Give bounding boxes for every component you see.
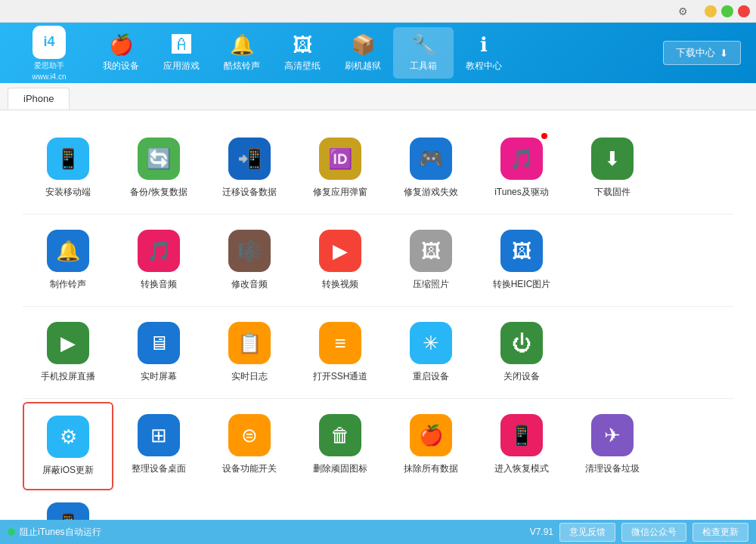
tool-icon-shutdown-device: ⏻	[500, 322, 543, 364]
tool-row-1: 🔔 制作铃声 🎵 转换音频 🎼 修改音频 ▶ 转换视频 🖼 压缩照片 🖼 转换H…	[23, 218, 733, 303]
logo-text: 爱思助手	[34, 60, 64, 71]
nav-item-my-device[interactable]: 🍎 我的设备	[91, 27, 151, 79]
tool-item-convert-heic[interactable]: 🖼 转换HEIC图片	[476, 218, 567, 303]
nav-item-jailbreak[interactable]: 📦 刷机越狱	[333, 27, 393, 79]
stop-itunes-label: 阻止iTunes自动运行	[20, 526, 101, 539]
row-separator-2	[23, 398, 733, 399]
tool-label-organize-desktop: 整理设备桌面	[132, 462, 186, 475]
close-button[interactable]	[738, 5, 750, 17]
tool-item-block-ios-update[interactable]: ⚙ 屏蔽iOS更新	[23, 402, 113, 490]
tools-grid: 📱 安装移动端 🔄 备份/恢复数据 📲 迁移设备数据 🆔 修复应用弹窗 🎮 修复…	[23, 125, 733, 520]
content: 📱 安装移动端 🔄 备份/恢复数据 📲 迁移设备数据 🆔 修复应用弹窗 🎮 修复…	[0, 110, 756, 520]
tool-item-convert-audio[interactable]: 🎵 转换音频	[113, 218, 204, 303]
nav-icon-wallpaper: 🖼	[293, 33, 312, 57]
nav-label-tutorial: 教程中心	[466, 60, 502, 73]
nav-item-toolbox[interactable]: 🔧 工具箱	[393, 27, 454, 79]
badge-dot	[541, 133, 547, 139]
tool-icon-install-app: 📱	[47, 138, 89, 180]
tool-item-install-app[interactable]: 📱 安装移动端	[23, 125, 113, 211]
download-label: 下载中心	[676, 46, 715, 60]
nav-icon-toolbox: 🔧	[411, 33, 435, 57]
maximize-button[interactable]	[721, 5, 733, 17]
tool-item-wipe-data[interactable]: 🍎 抹除所有数据	[386, 402, 476, 490]
nav-item-ringtone[interactable]: 🔔 酷炫铃声	[212, 27, 272, 79]
row-separator-0	[23, 214, 733, 215]
tool-icon-backup-restore: 🔄	[138, 138, 180, 180]
tool-item-compress-photo[interactable]: 🖼 压缩照片	[386, 218, 476, 303]
tool-item-delete-stubborn[interactable]: 🗑 删除顽固图标	[295, 402, 386, 490]
tool-label-shutdown-device: 关闭设备	[503, 370, 540, 383]
tool-icon-download-firm: ⬇	[591, 138, 634, 180]
feedback-button[interactable]: 意见反馈	[559, 523, 615, 542]
tool-item-clean-junk[interactable]: ✈ 清理设备垃圾	[567, 402, 658, 490]
tool-item-real-log[interactable]: 📋 实时日志	[204, 310, 295, 395]
nav-label-jailbreak: 刷机越狱	[345, 60, 381, 73]
tool-label-clean-junk: 清理设备垃圾	[585, 462, 640, 475]
tool-item-real-screen[interactable]: 🖥 实时屏幕	[113, 310, 204, 395]
tool-icon-real-screen: 🖥	[138, 322, 180, 364]
tool-item-backup-restore[interactable]: 🔄 备份/恢复数据	[113, 125, 204, 211]
tool-item-itunes-driver[interactable]: 🎵 iTunes及驱动	[476, 125, 567, 211]
tabbar: iPhone	[0, 83, 756, 110]
tool-item-download-firm[interactable]: ⬇ 下载固件	[567, 125, 658, 211]
tool-icon-block-ios-update: ⚙	[47, 416, 89, 458]
tool-item-organize-desktop[interactable]: ⊞ 整理设备桌面	[113, 402, 204, 490]
nav-item-app-games[interactable]: 🅰 应用游戏	[151, 27, 212, 79]
tool-icon-screen-live: ▶	[47, 322, 89, 364]
download-icon: ⬇	[720, 48, 728, 59]
tool-row-2: ▶ 手机投屏直播 🖥 实时屏幕 📋 实时日志 ≡ 打开SSH通道 ✳ 重启设备 …	[23, 310, 733, 395]
tool-label-itunes-driver: iTunes及驱动	[494, 186, 549, 199]
tool-label-screen-live: 手机投屏直播	[41, 370, 95, 383]
tool-icon-compress-photo: 🖼	[410, 230, 452, 272]
tool-item-deactivate[interactable]: 📱 反激活设备	[23, 490, 113, 520]
version-text: V7.91	[530, 527, 553, 537]
row-separator-1	[23, 306, 733, 307]
tool-item-fix-game[interactable]: 🎮 修复游戏失效	[386, 125, 476, 211]
tool-item-migrate-data[interactable]: 📲 迁移设备数据	[204, 125, 295, 211]
minimize-button[interactable]	[705, 5, 717, 17]
nav-item-tutorial[interactable]: ℹ 教程中心	[454, 27, 514, 79]
tool-item-restart-device[interactable]: ✳ 重启设备	[386, 310, 476, 395]
tab-iphone[interactable]: iPhone	[8, 88, 70, 110]
tool-icon-fix-game: 🎮	[410, 138, 452, 180]
nav-item-wallpaper[interactable]: 🖼 高清壁纸	[272, 27, 333, 79]
download-button[interactable]: 下载中心 ⬇	[663, 41, 741, 65]
tool-item-screen-live[interactable]: ▶ 手机投屏直播	[23, 310, 113, 395]
tool-icon-real-log: 📋	[228, 322, 271, 364]
tool-label-convert-audio: 转换音频	[141, 278, 177, 291]
tool-icon-organize-desktop: ⊞	[138, 414, 180, 456]
nav-icon-jailbreak: 📦	[351, 33, 375, 57]
tool-label-make-ringtone: 制作铃声	[50, 278, 86, 291]
tool-label-restart-device: 重启设备	[413, 370, 449, 383]
tool-item-edit-audio[interactable]: 🎼 修改音频	[204, 218, 295, 303]
tool-label-real-log: 实时日志	[231, 370, 268, 383]
status-left: 阻止iTunes自动运行	[8, 526, 101, 539]
tool-item-make-ringtone[interactable]: 🔔 制作铃声	[23, 218, 113, 303]
logo-symbol: i4	[43, 34, 54, 50]
logo: i4 爱思助手 www.i4.cn	[8, 26, 91, 81]
header: i4 爱思助手 www.i4.cn 🍎 我的设备 🅰 应用游戏 🔔 酷炫铃声 🖼…	[0, 23, 756, 83]
nav-icon-my-device: 🍎	[109, 33, 133, 57]
tool-item-convert-video[interactable]: ▶ 转换视频	[295, 218, 386, 303]
tool-label-backup-restore: 备份/恢复数据	[130, 186, 187, 199]
tool-row-0: 📱 安装移动端 🔄 备份/恢复数据 📲 迁移设备数据 🆔 修复应用弹窗 🎮 修复…	[23, 125, 733, 211]
tool-item-shutdown-device[interactable]: ⏻ 关闭设备	[476, 310, 567, 395]
tool-label-install-app: 安装移动端	[45, 186, 91, 199]
tool-icon-device-toggle: ⊜	[228, 414, 271, 456]
check-update-button[interactable]: 检查更新	[692, 523, 748, 542]
tool-item-ssh-tunnel[interactable]: ≡ 打开SSH通道	[295, 310, 386, 395]
tool-item-repair-popup[interactable]: 🆔 修复应用弹窗	[295, 125, 386, 211]
settings-icon[interactable]: ⚙	[678, 5, 688, 17]
tool-label-compress-photo: 压缩照片	[413, 278, 449, 291]
nav-label-ringtone: 酷炫铃声	[224, 60, 260, 73]
tool-item-recovery-mode[interactable]: 📱 进入恢复模式	[476, 402, 567, 490]
tool-item-device-toggle[interactable]: ⊜ 设备功能开关	[204, 402, 295, 490]
tool-label-fix-game: 修复游戏失效	[404, 186, 458, 199]
tool-icon-itunes-driver: 🎵	[500, 138, 543, 180]
wechat-button[interactable]: 微信公众号	[621, 523, 686, 542]
nav-label-toolbox: 工具箱	[410, 60, 437, 73]
statusbar: 阻止iTunes自动运行 V7.91 意见反馈 微信公众号 检查更新	[0, 520, 756, 544]
nav-items: 🍎 我的设备 🅰 应用游戏 🔔 酷炫铃声 🖼 高清壁纸 📦 刷机越狱 🔧 工具箱…	[91, 27, 663, 79]
titlebar: ⚙	[0, 0, 756, 23]
tool-label-ssh-tunnel: 打开SSH通道	[313, 370, 368, 383]
